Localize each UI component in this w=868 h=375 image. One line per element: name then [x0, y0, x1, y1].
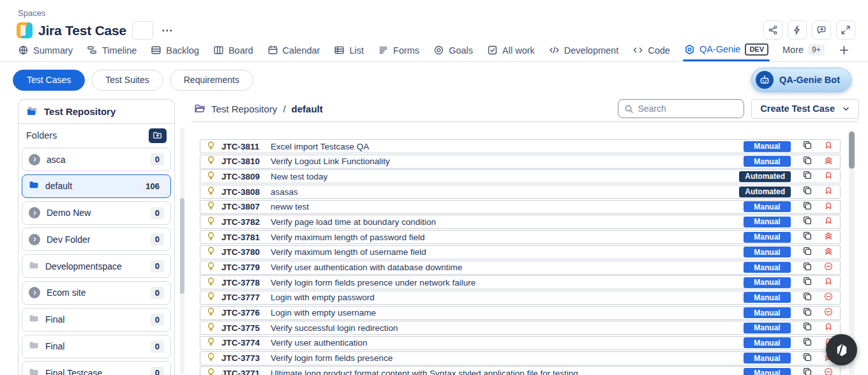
testcase-id: JTC-3777 — [221, 293, 262, 302]
folder-item-ecom-site[interactable]: Ecom site0 — [22, 281, 171, 305]
testcase-row-jtc-3779[interactable]: JTC-3779Verify user authentication with … — [200, 261, 841, 275]
breadcrumb-spaces[interactable]: Spaces — [18, 8, 45, 18]
more-actions-button[interactable]: ⋯ — [161, 24, 173, 37]
testcase-row-jtc-3778[interactable]: JTC-3778Verify login form fields presenc… — [200, 275, 841, 289]
breadcrumb-root[interactable]: Test Repository — [211, 103, 277, 114]
bulb-icon — [206, 246, 216, 256]
folder-name: default — [45, 181, 72, 191]
nav-tab-development[interactable]: Development — [549, 45, 618, 61]
nav-tab-code[interactable]: Code — [632, 45, 670, 61]
expand-chevron-icon[interactable] — [29, 287, 40, 298]
members-button[interactable] — [132, 21, 153, 40]
folder-item-final[interactable]: Final0 — [22, 335, 171, 358]
nav-tab-qa-genie[interactable]: QA-GenieDEV — [684, 43, 768, 61]
feedback-button[interactable] — [812, 20, 831, 40]
copy-icon[interactable] — [802, 261, 812, 274]
more-count-badge: 9+ — [808, 44, 825, 56]
folder-count-badge: 0 — [151, 153, 164, 165]
testcase-row-jtc-3807[interactable]: JTC-3807neww testManual — [200, 200, 841, 214]
qa-genie-bot-button[interactable]: QA-Genie Bot — [751, 68, 851, 92]
nav-tab-backlog[interactable]: Backlog — [151, 45, 199, 61]
execution-type-badge: Manual — [744, 156, 791, 167]
testcase-row-jtc-3771[interactable]: JTC-3771Ultimate long product format con… — [200, 366, 841, 375]
copy-icon[interactable] — [802, 307, 812, 319]
nav-tab-add[interactable] — [839, 45, 849, 61]
view-toolbar: Test Cases Test Suites Requirements QA-G… — [0, 62, 868, 98]
testcase-row-jtc-3782[interactable]: JTC-3782Verify page load time at boundar… — [200, 215, 841, 229]
automation-button[interactable] — [788, 20, 807, 40]
testcase-row-jtc-3775[interactable]: JTC-3775Verify successful login redirect… — [200, 321, 841, 335]
folder-item-default[interactable]: default106 — [22, 174, 171, 198]
list-scrollbar-thumb[interactable] — [849, 132, 855, 169]
copy-icon[interactable] — [802, 352, 812, 365]
search-input[interactable] — [638, 103, 738, 114]
nav-tab-list[interactable]: List — [334, 45, 364, 61]
testcase-row-jtc-3780[interactable]: JTC-3780Verify maximum length of usernam… — [200, 245, 841, 259]
copy-icon[interactable] — [802, 140, 812, 153]
nav-tab-summary[interactable]: Summary — [18, 45, 73, 61]
folder-name: Developmentspace — [45, 261, 122, 272]
nav-tab-timeline[interactable]: Timeline — [87, 45, 137, 61]
chevright-icon — [31, 236, 38, 243]
add-folder-button[interactable] — [149, 128, 167, 143]
copy-icon[interactable] — [802, 215, 812, 228]
testcase-row-jtc-3811[interactable]: JTC-3811Excel import Testcase QAManual — [200, 139, 841, 153]
testcase-row-jtc-3773[interactable]: JTC-3773Verify login form fields presenc… — [200, 351, 841, 365]
testcase-title: Verify user authentication with database… — [271, 263, 744, 272]
copy-icon[interactable] — [802, 155, 812, 168]
folder-name: Dev Folder — [47, 234, 90, 245]
copy-icon[interactable] — [802, 367, 812, 375]
copy-icon[interactable] — [802, 201, 812, 213]
tab-test-suites[interactable]: Test Suites — [91, 70, 163, 91]
folder-item-final[interactable]: Final0 — [22, 308, 171, 332]
folder-item-final-testcase[interactable]: Final Testcase0 — [22, 361, 171, 375]
floating-extension-button[interactable] — [826, 334, 857, 365]
tab-test-cases[interactable]: Test Cases — [13, 70, 85, 91]
search-box[interactable] — [618, 99, 744, 118]
create-test-case-button[interactable]: Create Test Case — [751, 99, 859, 119]
nav-tab-all-work[interactable]: All work — [487, 45, 535, 61]
copy-icon[interactable] — [802, 231, 812, 243]
copy-icon — [802, 215, 812, 226]
nav-tab-more[interactable]: More9+ — [782, 44, 825, 61]
copy-icon[interactable] — [802, 337, 812, 349]
expand-chevron-icon[interactable] — [29, 154, 40, 165]
expand-chevron-icon[interactable] — [29, 207, 40, 218]
testcase-row-jtc-3777[interactable]: JTC-3777Login with empty passwordManual — [200, 291, 841, 305]
execution-type-badge: Manual — [744, 353, 791, 364]
expand-chevron-icon[interactable] — [29, 234, 40, 245]
copy-icon[interactable] — [802, 276, 812, 289]
copy-icon[interactable] — [802, 291, 812, 304]
testcase-row-jtc-3809[interactable]: JTC-3809New test todayAutomated — [200, 169, 841, 183]
copy-icon — [802, 246, 812, 256]
folder-item-demo-new[interactable]: Demo New0 — [22, 201, 171, 225]
share-button[interactable] — [763, 20, 782, 40]
sidebar-scrollbar-thumb[interactable] — [180, 198, 184, 294]
bot-button-label: QA-Genie Bot — [779, 75, 840, 85]
folder-item-dev-folder[interactable]: Dev Folder0 — [22, 227, 171, 251]
copy-icon[interactable] — [802, 170, 812, 183]
testcase-row-jtc-3776[interactable]: JTC-3776Login with empty usernameManual — [200, 306, 841, 320]
copy-icon[interactable] — [802, 246, 812, 259]
copy-icon[interactable] — [802, 321, 812, 334]
development-icon — [549, 45, 560, 56]
folder-item-developmentspace[interactable]: Developmentspace0 — [22, 254, 171, 278]
nav-tab-label: Summary — [33, 45, 73, 56]
nav-tab-forms[interactable]: Forms — [378, 45, 419, 61]
testcase-row-jtc-3781[interactable]: JTC-3781Verify maximum length of passwor… — [200, 230, 841, 244]
priority-single-icon — [823, 185, 834, 198]
nav-tab-label: QA-Genie — [700, 44, 740, 54]
nav-tab-board[interactable]: Board — [213, 45, 253, 61]
nav-tab-label: Code — [648, 45, 670, 56]
fullscreen-button[interactable] — [836, 20, 855, 40]
folder-item-asca[interactable]: asca0 — [22, 148, 171, 171]
copy-icon — [802, 261, 812, 272]
tab-requirements[interactable]: Requirements — [170, 70, 253, 91]
nav-tab-goals[interactable]: Goals — [433, 45, 473, 61]
testcase-row-jtc-3808[interactable]: JTC-3808asasasAutomated — [200, 185, 841, 199]
testcase-row-jtc-3810[interactable]: JTC-3810Verify Logout Link Functionality… — [200, 155, 841, 169]
bulb-icon — [206, 322, 216, 332]
testcase-row-jtc-3774[interactable]: JTC-3774Verify user authenticationManual — [200, 336, 841, 350]
copy-icon[interactable] — [802, 185, 812, 198]
nav-tab-calendar[interactable]: Calendar — [267, 45, 320, 61]
